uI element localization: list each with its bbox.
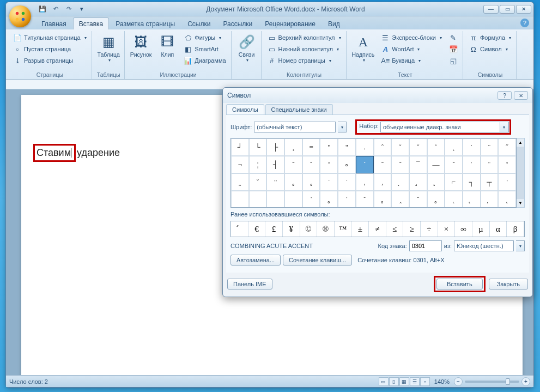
dialog-titlebar[interactable]: Символ ? ✕ (223, 88, 532, 103)
symbol-cell[interactable]: , (356, 173, 374, 191)
tab-view[interactable]: Вид (322, 17, 346, 29)
zoom-thumb[interactable] (506, 378, 510, 385)
object-button[interactable]: ◱ (446, 55, 460, 66)
zoom-out-button[interactable]: − (454, 377, 463, 386)
symbol-cell[interactable]: ˆ (374, 138, 392, 156)
zoom-slider[interactable]: − + (454, 377, 530, 386)
office-button[interactable] (9, 5, 31, 27)
symbol-cell[interactable]: ˘ (302, 156, 320, 173)
symbol-cell[interactable]: ˳ (374, 191, 392, 208)
chart-button[interactable]: 📊Диаграмма (181, 55, 228, 66)
tab-mailings[interactable]: Рассылки (217, 17, 258, 29)
symbol-cell[interactable]: ┤ (266, 156, 284, 173)
symbol-scrollbar[interactable]: ▲ ▼ (517, 138, 525, 208)
tab-references[interactable]: Ссылки (181, 17, 216, 29)
symbol-cell[interactable]: ¬ (231, 156, 249, 173)
recent-symbol-cell[interactable]: © (300, 221, 318, 237)
recent-symbol-cell[interactable]: ™ (335, 221, 352, 237)
dialog-help-button[interactable]: ? (497, 91, 512, 100)
blank-page-button[interactable]: ▫Пустая страница (10, 44, 89, 55)
zoom-in-button[interactable]: + (521, 377, 530, 386)
print-layout-view[interactable]: ▭ (379, 377, 389, 386)
table-button[interactable]: ▦Таблица (95, 32, 122, 70)
symbol-cell[interactable]: ˇ (284, 156, 302, 173)
symbol-cell[interactable]: ˜ (391, 156, 409, 173)
close-button[interactable]: ✕ (516, 5, 531, 14)
tab-review[interactable]: Рецензирование (259, 17, 321, 29)
symbol-cell[interactable]: ‸ (391, 191, 409, 208)
symbol-cell[interactable]: ┬ (481, 173, 499, 191)
minimize-button[interactable]: — (483, 5, 499, 14)
symbol-cell[interactable]: ˚ (320, 156, 338, 173)
recent-symbol-cell[interactable]: µ (472, 221, 490, 237)
symbol-cell[interactable]: ∘ (338, 156, 356, 173)
symbol-cell[interactable]: . (356, 138, 374, 156)
recent-symbol-cell[interactable]: £ (265, 221, 283, 237)
recent-symbol-cell[interactable]: ® (317, 221, 335, 237)
shortcut-button[interactable]: Сочетание клавиш... (283, 255, 352, 266)
recent-symbol-cell[interactable]: € (248, 221, 266, 237)
symbol-cell[interactable] (266, 191, 284, 208)
clip-button[interactable]: 🎞Клип (155, 32, 179, 70)
tab-page-layout[interactable]: Разметка страницы (110, 17, 181, 29)
recent-symbol-cell[interactable]: ≤ (386, 221, 404, 237)
symbol-cell[interactable]: ˙ (320, 173, 338, 191)
symbol-cell[interactable]: ´ (356, 156, 374, 173)
zoom-level[interactable]: 140% (434, 378, 450, 385)
symbol-cell[interactable]: ˳ (284, 173, 302, 191)
symbol-cell[interactable]: ˘ (391, 138, 409, 156)
char-code-input[interactable] (409, 240, 442, 251)
symbol-cell[interactable]: ˙ (338, 191, 356, 208)
symbol-cell[interactable]: └ (249, 138, 267, 156)
symbol-cell[interactable]: ˙ (338, 173, 356, 191)
from-dropdown[interactable]: Юникод (шестн.) (454, 240, 514, 251)
drop-cap-button[interactable]: A≡Буквица (378, 55, 445, 66)
save-icon[interactable]: 💾 (37, 4, 48, 15)
recent-symbol-cell[interactable]: ≥ (403, 221, 421, 237)
textbox-button[interactable]: AНадпись (350, 32, 377, 70)
subset-dropdown[interactable]: объединенные диакр. знаки (380, 122, 500, 132)
symbol-cell[interactable]: ¯ (409, 156, 427, 173)
symbol-cell[interactable]: ¨ (481, 156, 499, 173)
ime-panel-button[interactable]: Панель IME (227, 279, 272, 290)
symbol-cell[interactable]: ¨ (481, 138, 499, 156)
date-button[interactable]: 📅 (446, 44, 460, 55)
symbol-cell[interactable]: ̦ (391, 173, 409, 191)
header-button[interactable]: ▭Верхний колонтитул (265, 32, 344, 43)
redo-icon[interactable]: ↷ (63, 4, 75, 15)
tab-insert[interactable]: Вставка (73, 17, 110, 29)
symbol-cell[interactable]: ˙ (463, 156, 481, 173)
page-number-button[interactable]: #Номер страницы (265, 55, 344, 66)
page-break-button[interactable]: ⤓Разрыв страницы (10, 55, 89, 66)
shapes-button[interactable]: ⬠Фигуры (181, 32, 228, 43)
font-dropdown[interactable]: (обычный текст) (254, 122, 336, 132)
symbol-cell[interactable]: — (427, 156, 445, 173)
recent-symbol-cell[interactable]: ± (351, 221, 369, 237)
recent-symbol-cell[interactable]: β (507, 221, 524, 237)
smartart-button[interactable]: ◧SmartArt (181, 44, 228, 55)
recent-symbol-cell[interactable]: ÷ (421, 221, 438, 237)
symbol-cell[interactable]: ˇ (249, 173, 267, 191)
scroll-track[interactable] (517, 147, 524, 199)
tab-home[interactable]: Главная (35, 17, 72, 29)
title-page-button[interactable]: 📄Титульная страница (10, 32, 89, 43)
symbol-cell[interactable] (284, 191, 302, 208)
symbol-cell[interactable] (249, 191, 267, 208)
undo-icon[interactable]: ↶ (50, 4, 62, 15)
symbol-cell[interactable]: ⌐ (445, 173, 463, 191)
symbol-cell[interactable]: ̨ (463, 191, 481, 208)
symbol-cell[interactable]: ˚ (498, 156, 516, 173)
footer-button[interactable]: ▭Нижний колонтитул (265, 44, 344, 55)
symbol-cell[interactable]: ├ (266, 138, 284, 156)
symbol-cell[interactable]: ' (498, 173, 516, 191)
equation-button[interactable]: πФормула (466, 32, 514, 43)
symbol-cell[interactable]: ¦ (249, 156, 267, 173)
quick-parts-button[interactable]: ☰Экспресс-блоки (378, 32, 445, 43)
symbol-cell[interactable]: ˙ (302, 191, 320, 208)
symbol-cell[interactable]: ˳ (427, 191, 445, 208)
picture-button[interactable]: 🖼Рисунок (128, 32, 154, 70)
symbol-button[interactable]: ΩСимвол (466, 44, 514, 55)
recent-symbol-cell[interactable]: × (438, 221, 456, 237)
wordart-button[interactable]: AWordArt (378, 44, 445, 55)
draft-view[interactable]: ▫ (420, 377, 430, 386)
